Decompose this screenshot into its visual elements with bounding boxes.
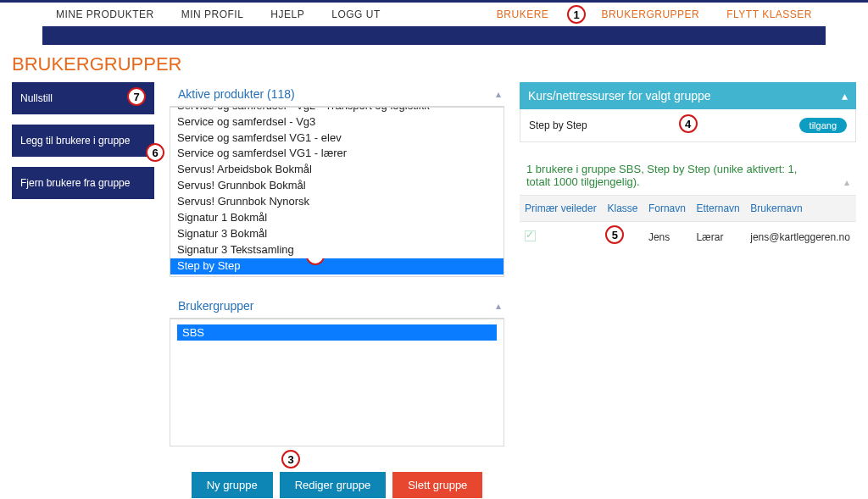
brukergrupper-title: Brukergrupper <box>178 299 254 313</box>
chevron-up-icon: ▴ <box>842 89 848 103</box>
list-item[interactable]: Service og samferdsel - Vg2 - Transport … <box>170 108 504 114</box>
list-item[interactable]: Servus! Arbeidsbok Bokmål <box>170 162 504 178</box>
nav-brukere[interactable]: BRUKERE 1 <box>483 8 563 20</box>
nav-hjelp[interactable]: HJELP <box>257 8 318 20</box>
marker-4: 4 <box>679 114 698 133</box>
chevron-up-icon: ▴ <box>496 300 501 312</box>
list-item[interactable]: Service og samferdsel VG1 - elev <box>170 130 504 147</box>
header-blue-strip <box>42 26 826 45</box>
list-item[interactable]: Servus! Grunnbok Bokmål <box>170 178 504 194</box>
ny-gruppe-button[interactable]: Ny gruppe <box>192 472 273 498</box>
col-etternavn[interactable]: Etternavn <box>691 196 745 222</box>
group-item[interactable]: SBS <box>177 324 497 341</box>
active-products-title: Aktive produkter (118) <box>178 87 295 101</box>
nav-mine-produkter[interactable]: MINE PRODUKTER <box>42 8 168 20</box>
group-summary: 1 brukere i gruppe SBS, Step by Step (un… <box>526 163 824 188</box>
legg-til-label: Legg til brukere i gruppe <box>20 135 130 147</box>
active-products-list[interactable]: Sats TekstbokService og innovasjonServic… <box>170 108 504 277</box>
nullstill-label: Nullstill <box>20 92 53 104</box>
top-nav: MINE PRODUKTER MIN PROFIL HJELP LOGG UT … <box>42 3 826 26</box>
list-item[interactable]: Servus! Grunnbok Nynorsk <box>170 194 504 210</box>
legg-til-brukere-button[interactable]: Legg til brukere i gruppe 6 <box>12 125 154 157</box>
brukergrupper-list[interactable]: SBS <box>170 319 504 446</box>
marker-6: 6 <box>146 143 164 162</box>
cell-brukernavn: jens@kartleggeren.no <box>745 222 856 253</box>
cell-etternavn: Lærar <box>691 222 745 253</box>
nav-brukergrupper[interactable]: BRUKERGRUPPER <box>587 8 713 20</box>
cell-fornavn: Jens <box>643 222 691 253</box>
user-table: Primær veileder Klasse Fornavn Etternavn… <box>520 195 856 252</box>
nullstill-button[interactable]: Nullstill 7 <box>12 82 154 114</box>
list-item[interactable]: Signatur 3 Tekstsamling <box>170 242 504 258</box>
chevron-up-icon: ▴ <box>844 176 849 188</box>
table-row[interactable]: 5 Jens Lærar jens@kartleggeren.no <box>520 222 856 253</box>
list-item[interactable]: Signatur 3 Bokmål <box>170 226 504 242</box>
marker-1: 1 <box>567 5 586 24</box>
primary-checkbox-icon[interactable] <box>525 230 536 241</box>
resources-title: Kurs/nettressurser for valgt gruppe <box>528 89 711 103</box>
rediger-gruppe-button[interactable]: Rediger gruppe <box>280 472 387 498</box>
col-klasse[interactable]: Klasse <box>602 196 643 222</box>
list-item[interactable]: Signatur 1 Bokmål <box>170 210 504 226</box>
resource-name: Step by Step <box>529 119 587 131</box>
resource-row: Step by Step 4 tilgang <box>520 109 856 142</box>
marker-5: 5 <box>605 225 624 244</box>
list-item[interactable]: Step by Step2 <box>170 258 504 274</box>
marker-7: 7 <box>127 87 146 106</box>
page-title: BRUKERGRUPPER <box>0 53 868 82</box>
list-item[interactable]: Service og samferdsel VG1 - lærer <box>170 146 504 162</box>
nav-brukere-label: BRUKERE <box>497 8 549 20</box>
nav-logg-ut[interactable]: LOGG UT <box>318 8 394 20</box>
slett-gruppe-button[interactable]: Slett gruppe <box>392 472 482 498</box>
col-fornavn[interactable]: Fornavn <box>643 196 691 222</box>
fjern-label: Fjern brukere fra gruppe <box>20 177 130 189</box>
marker-2: 2 <box>306 258 325 265</box>
col-brukernavn[interactable]: Brukernavn <box>745 196 856 222</box>
col-primaer-veileder[interactable]: Primær veileder <box>520 196 602 222</box>
tilgang-badge[interactable]: tilgang <box>799 118 847 133</box>
nav-min-profil[interactable]: MIN PROFIL <box>168 8 258 20</box>
brukergrupper-header[interactable]: Brukergrupper ▴ <box>170 294 504 319</box>
resources-header[interactable]: Kurs/nettressurser for valgt gruppe ▴ <box>520 82 856 109</box>
marker-3: 3 <box>281 450 300 469</box>
list-item[interactable]: Service og samferdsel - Vg3 <box>170 114 504 130</box>
chevron-up-icon: ▴ <box>496 88 501 100</box>
nav-flytt-klasser[interactable]: FLYTT KLASSER <box>713 8 826 20</box>
active-products-header[interactable]: Aktive produkter (118) ▴ <box>170 82 504 108</box>
fjern-brukere-button[interactable]: Fjern brukere fra gruppe <box>12 167 154 199</box>
